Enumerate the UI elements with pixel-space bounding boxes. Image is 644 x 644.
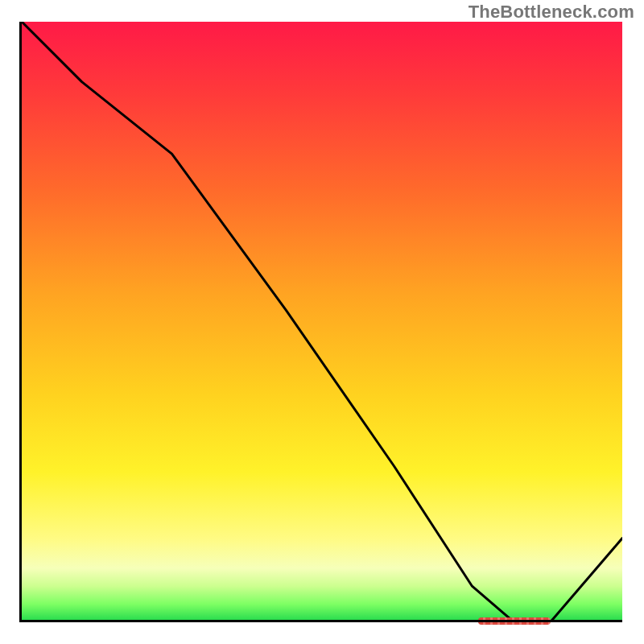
data-curve — [22, 22, 622, 622]
curve-path — [22, 22, 622, 622]
watermark-text: TheBottleneck.com — [469, 2, 634, 23]
y-axis — [19, 22, 22, 622]
x-axis — [22, 620, 622, 622]
chart-container: TheBottleneck.com — [0, 0, 644, 644]
plot-area — [22, 22, 622, 622]
